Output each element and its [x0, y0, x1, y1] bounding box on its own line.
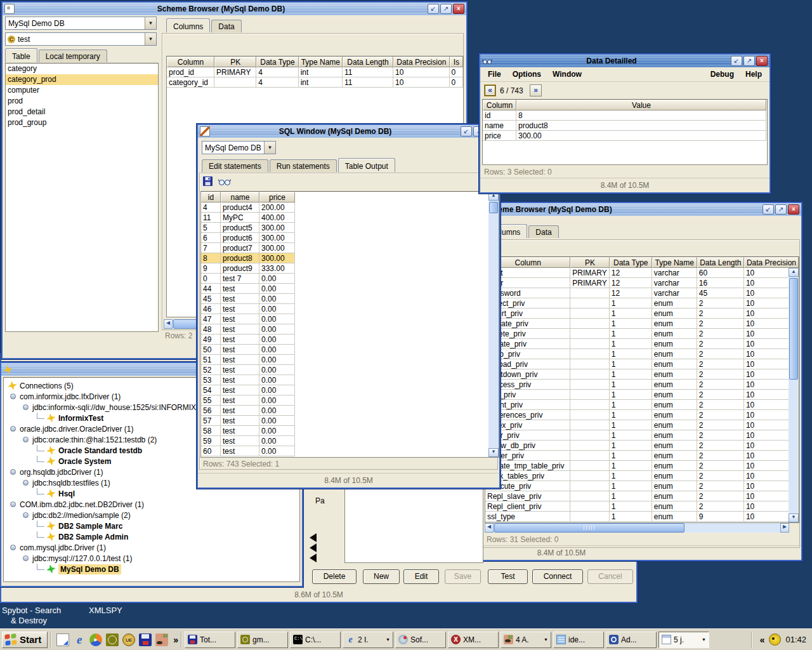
table-row[interactable]: HostPRIMARY12varchar6010	[485, 268, 799, 278]
acdsee-icon[interactable]	[155, 633, 168, 646]
taskbar-button-sof[interactable]: Sof...	[395, 632, 446, 648]
desktop-icon-label-spybot-line2[interactable]: & Destroy	[11, 616, 47, 625]
column-header-price[interactable]: price	[259, 192, 295, 202]
table-row[interactable]: 7product7300.00	[201, 243, 295, 253]
tab-columns[interactable]: Columns	[166, 18, 210, 32]
table-row[interactable]: Shutdown_priv1enum210	[485, 369, 799, 380]
taskbar-button-ide[interactable]: ide...	[553, 632, 604, 648]
maximize-button[interactable]: ↗	[743, 56, 755, 66]
table-row[interactable]: category_id4int11100	[167, 77, 463, 88]
glasses-icon[interactable]	[218, 177, 231, 186]
column-header-column[interactable]: Column	[483, 100, 516, 110]
desktop-icon-label-xmlspy[interactable]: XMLSPY	[89, 606, 122, 615]
table-row[interactable]: ssl_type1enum910	[485, 512, 799, 522]
table-row[interactable]: 54test0.00	[201, 385, 295, 395]
column-header-type-name[interactable]: Type Name	[299, 56, 343, 67]
column-header-pk[interactable]: PK	[570, 257, 609, 268]
scheme-browser-1-titlebar[interactable]: Scheme Browser (MySql Demo DB) ↙ ↗ ×	[3, 3, 466, 15]
column-header-column[interactable]: Column	[167, 56, 214, 67]
column-header-data-precision[interactable]: Data Precision	[393, 56, 450, 67]
column-header-id[interactable]: id	[201, 192, 221, 202]
ie-icon[interactable]	[73, 633, 86, 646]
taskbar-button-c[interactable]: C:\...	[290, 632, 341, 648]
table-row[interactable]: UserPRIMARY12varchar1610	[485, 278, 799, 288]
scroll-left-button[interactable]: ◀	[485, 523, 494, 533]
table-row[interactable]: File_priv1enum210	[485, 390, 799, 400]
tree-item-com-mysql-jdbc-driver-1[interactable]: com.mysql.jdbc.Driver (1)	[4, 542, 299, 553]
tree-item-db2-sample-marc[interactable]: DB2 Sample Marc	[4, 521, 299, 531]
tree-item-jdbc-db2-medion-sample-2[interactable]: jdbc:db2://medion/sample (2)	[4, 510, 299, 521]
catalog-combo[interactable]: C test ▼	[5, 32, 157, 46]
table-row[interactable]: References_priv1enum210	[485, 410, 799, 420]
scroll-down-button[interactable]: ▼	[789, 514, 799, 522]
table-row[interactable]: Delete_priv1enum210	[485, 329, 799, 339]
table-row[interactable]: Lock_tables_priv1enum210	[485, 471, 799, 481]
table-row[interactable]: Drop_priv1enum210	[485, 349, 799, 359]
list-item-category-prod[interactable]: category_prod	[6, 74, 158, 85]
table-row[interactable]: Super_priv1enum210	[485, 451, 799, 461]
minimize-button[interactable]: ↙	[428, 4, 439, 14]
test-button[interactable]: Test	[488, 569, 528, 584]
tree-handle-icon[interactable]	[10, 501, 16, 507]
scroll-left-button[interactable]: ◀	[164, 319, 173, 329]
table-row[interactable]: Execute_priv1enum210	[485, 481, 799, 491]
media-icon[interactable]	[89, 633, 102, 646]
table-row[interactable]: 57test0.00	[201, 416, 295, 426]
table-row[interactable]: 49test0.00	[201, 335, 295, 345]
grouped-windows-chevron-icon[interactable]: ▼	[702, 637, 706, 642]
tree-item-jdbc-mysql-127-0-0-1-test-1[interactable]: jdbc:mysql://127.0.0.1/test (1)	[4, 553, 299, 564]
tab-edit-statements[interactable]: Edit statements	[202, 159, 268, 172]
table-row[interactable]: 4product4200.00	[201, 202, 295, 213]
table-row[interactable]: Repl_slave_priv1enum210	[485, 491, 799, 501]
connection-combo[interactable]: MySql Demo DB ▼	[202, 141, 276, 154]
scroll-up-button[interactable]: ▲	[789, 268, 799, 277]
scroll-down-button[interactable]: ▼	[488, 448, 499, 457]
table-row[interactable]: 5product5300.00	[201, 223, 295, 233]
save-icon[interactable]	[203, 176, 213, 187]
tree-handle-icon[interactable]	[10, 394, 16, 399]
table-row[interactable]: Create_priv1enum210	[485, 339, 799, 349]
table-row[interactable]: Show_db_priv1enum210	[485, 441, 799, 451]
table-row[interactable]: 53test0.00	[201, 375, 295, 385]
sql-window-titlebar[interactable]: SQL Window (MySql Demo DB) ↙ ↗ ×	[198, 125, 499, 138]
list-item-prod-group[interactable]: prod_group	[6, 117, 158, 128]
menu-file[interactable]: File	[488, 70, 501, 79]
tree-handle-icon[interactable]	[23, 555, 29, 561]
column-header-data-type[interactable]: Data Type	[256, 56, 298, 67]
table-row[interactable]: 50test0.00	[201, 345, 295, 355]
tray-app-icon[interactable]	[769, 633, 781, 646]
tree-handle-icon[interactable]	[10, 469, 16, 475]
connection-combo[interactable]: MySql Demo DB ▼	[5, 17, 157, 30]
tree-item-com-ibm-db2-jdbc-net-db2driver-1[interactable]: COM.ibm.db2.jdbc.net.DB2Driver (1)	[4, 499, 299, 510]
table-row[interactable]: id8	[483, 110, 766, 121]
menu-debug[interactable]: Debug	[710, 70, 734, 79]
tab-data[interactable]: Data	[211, 20, 241, 32]
column-header-data-type[interactable]: Data Type	[610, 257, 652, 268]
table-row[interactable]: 6product6300.00	[201, 233, 295, 243]
tree-handle-icon[interactable]	[23, 512, 29, 518]
horizontal-scrollbar[interactable]: ◀ ▶	[485, 523, 789, 533]
table-row[interactable]: prod_idPRIMARY4int11100	[167, 67, 463, 77]
scroll-right-button[interactable]: ▶	[780, 523, 789, 533]
table-row[interactable]: Create_tmp_table_priv1enum210	[485, 461, 799, 471]
column-header-pk[interactable]: PK	[214, 56, 256, 67]
vertical-scrollbar[interactable]: ▲ ▼	[488, 192, 499, 457]
tab-data[interactable]: Data	[528, 225, 558, 238]
table-row[interactable]: Index_priv1enum210	[485, 420, 799, 430]
table-row[interactable]: 59test0.00	[201, 436, 295, 446]
taskbar-button-2-i[interactable]: 2 I.▼	[343, 632, 393, 648]
tree-handle-icon[interactable]	[23, 437, 29, 442]
menu-window[interactable]: Window	[553, 70, 582, 79]
list-item-category[interactable]: category	[6, 63, 158, 74]
table-row[interactable]: 47test0.00	[201, 314, 295, 324]
combo-dropdown-button[interactable]: ▼	[145, 17, 156, 29]
table-row[interactable]: 44test0.00	[201, 284, 295, 294]
tab-table[interactable]: Table	[5, 48, 37, 62]
close-button[interactable]: ×	[788, 204, 799, 215]
floppy-icon[interactable]	[139, 633, 152, 646]
table-row[interactable]: Update_priv1enum210	[485, 319, 799, 329]
list-item-prod[interactable]: prod	[6, 96, 158, 107]
menu-options[interactable]: Options	[513, 70, 541, 79]
quick-launch-overflow-chevron[interactable]: »	[173, 635, 178, 645]
table-row[interactable]: 55test0.00	[201, 395, 295, 406]
